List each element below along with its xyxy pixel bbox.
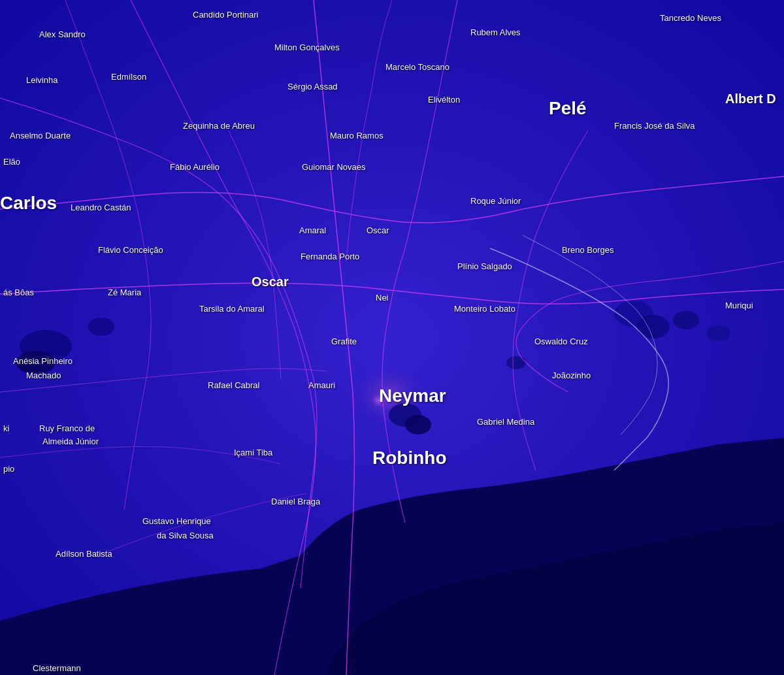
svg-point-4: [16, 351, 56, 374]
svg-point-5: [88, 318, 114, 336]
svg-point-7: [405, 415, 431, 435]
svg-point-11: [673, 311, 699, 329]
map-svg: [0, 0, 784, 675]
svg-point-12: [707, 325, 730, 341]
map-container: Candido PortinariAlex SandroMilton Gonça…: [0, 0, 784, 675]
svg-point-10: [637, 315, 670, 338]
svg-point-8: [506, 356, 526, 369]
